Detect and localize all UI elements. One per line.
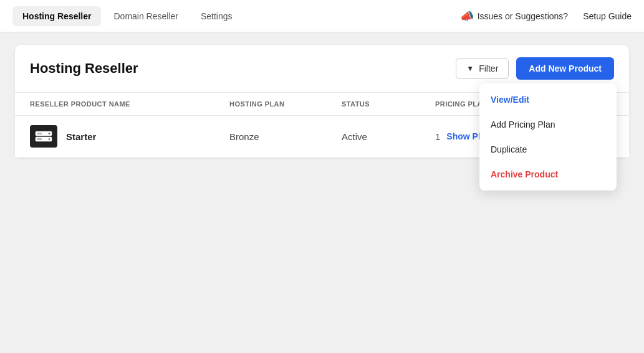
svg-rect-4 — [37, 133, 42, 134]
top-nav: Hosting Reseller Domain Reseller Setting… — [0, 0, 644, 32]
page-title: Hosting Reseller — [30, 60, 138, 77]
svg-rect-5 — [37, 138, 42, 140]
col-header-status: STATUS — [342, 100, 435, 108]
add-new-product-button[interactable]: Add New Product — [516, 57, 614, 80]
pricing-count: 1 — [435, 131, 440, 142]
product-name: Starter — [66, 131, 96, 142]
dropdown-item-duplicate[interactable]: Duplicate — [479, 137, 617, 162]
server-icon — [35, 130, 52, 143]
setup-guide-link[interactable]: Setup Guide — [583, 11, 632, 21]
issues-label: Issues or Suggestions? — [478, 11, 569, 21]
megaphone-icon: 📣 — [460, 9, 474, 23]
main-card: Hosting Reseller ▼ Filter Add New Produc… — [15, 45, 629, 158]
dropdown-item-view-edit[interactable]: View/Edit — [479, 87, 617, 112]
dropdown-item-add-pricing-plan[interactable]: Add Pricing Plan — [479, 112, 617, 137]
nav-tabs: Hosting Reseller Domain Reseller Setting… — [12, 6, 460, 26]
dropdown-item-archive-product[interactable]: Archive Product — [479, 162, 617, 187]
col-header-hosting-plan: HOSTING PLAN — [229, 100, 342, 108]
svg-point-2 — [49, 133, 50, 134]
filter-button[interactable]: ▼ Filter — [456, 58, 509, 79]
filter-icon: ▼ — [466, 64, 474, 73]
status-cell: Active — [342, 131, 435, 142]
nav-tab-domain-reseller[interactable]: Domain Reseller — [103, 6, 188, 26]
nav-tab-hosting-reseller[interactable]: Hosting Reseller — [12, 6, 101, 26]
issues-suggestions-link[interactable]: 📣 Issues or Suggestions? — [460, 9, 569, 23]
hosting-plan-cell: Bronze — [229, 131, 342, 142]
col-header-product-name: RESELLER PRODUCT NAME — [30, 100, 229, 108]
header-actions: ▼ Filter Add New Product — [456, 57, 614, 80]
nav-right: 📣 Issues or Suggestions? Setup Guide — [460, 9, 632, 23]
filter-label: Filter — [479, 64, 498, 73]
product-cell: Starter — [30, 125, 229, 148]
svg-point-3 — [49, 138, 50, 139]
nav-tab-settings[interactable]: Settings — [191, 6, 243, 26]
product-icon — [30, 125, 57, 148]
main-content: Hosting Reseller ▼ Filter Add New Produc… — [0, 32, 644, 170]
dropdown-menu: View/Edit Add Pricing Plan Duplicate Arc… — [479, 83, 617, 191]
